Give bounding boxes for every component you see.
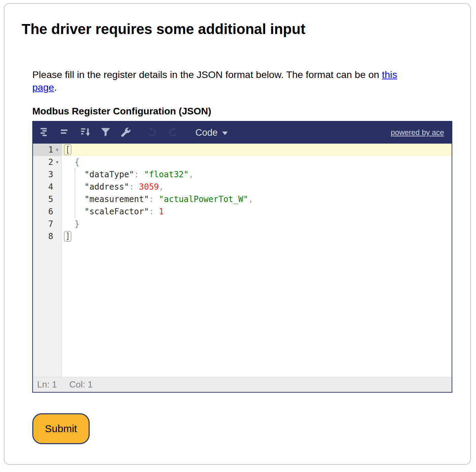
code-token: 1 <box>159 207 164 216</box>
transform-filter-icon <box>100 126 111 139</box>
json-editor: Code powered by ace 1▾2▾345678 [ { "data… <box>32 121 452 393</box>
editor-gutter: 1▾2▾345678 <box>33 144 62 377</box>
editor-toolbar: Code powered by ace <box>33 122 452 144</box>
code-line-1[interactable]: [ <box>62 144 452 156</box>
fold-arrow-icon[interactable]: ▾ <box>53 144 61 156</box>
gutter-line-6: 6 <box>33 205 62 218</box>
mode-dropdown[interactable]: Code <box>195 127 228 138</box>
fold-arrow-icon[interactable]: ▾ <box>53 156 61 168</box>
line-number: 6 <box>48 205 53 218</box>
code-token: "scaleFactor" <box>84 207 149 216</box>
sort-button[interactable] <box>79 126 91 139</box>
gutter-line-7: 7 <box>33 218 62 230</box>
code-line-2[interactable]: { <box>62 156 452 168</box>
gutter-line-8: 8 <box>33 230 62 243</box>
repair-wrench-icon <box>120 126 132 139</box>
powered-by-ace-link[interactable]: powered by ace <box>391 128 444 137</box>
transform-button[interactable] <box>99 126 112 139</box>
chevron-down-icon <box>222 132 228 135</box>
line-number: 5 <box>48 193 53 205</box>
submit-button[interactable]: Submit <box>32 413 90 444</box>
gutter-line-2: 2▾ <box>33 156 62 168</box>
editor-content[interactable]: [ { "dataType": "float32", "address": 30… <box>62 144 452 377</box>
code-token: "float32" <box>144 170 189 179</box>
redo-icon <box>167 126 178 139</box>
gutter-line-4: 4 <box>33 181 62 193</box>
line-number: 7 <box>48 218 53 230</box>
undo-button[interactable] <box>146 126 158 139</box>
redo-button[interactable] <box>166 126 179 139</box>
line-number: 8 <box>48 230 53 243</box>
gutter-line-1: 1▾ <box>33 144 62 156</box>
line-number: 3 <box>48 168 53 181</box>
compact-icon <box>59 126 71 139</box>
code-line-3[interactable]: "dataType": "float32", <box>62 168 452 181</box>
code-token <box>65 170 84 179</box>
intro-after-link: . <box>54 82 57 93</box>
screen: The driver requires some additional inpu… <box>0 0 476 472</box>
compact-button[interactable] <box>59 126 71 139</box>
page-title: The driver requires some additional inpu… <box>22 21 305 37</box>
matched-bracket: ] <box>64 231 71 242</box>
editor-statusbar: Ln: 1 Col: 1 <box>33 377 452 392</box>
code-token: : <box>149 207 159 216</box>
code-token: "address" <box>84 182 129 192</box>
matched-bracket: [ <box>64 144 71 155</box>
gutter-line-5: 5 <box>33 193 62 205</box>
code-token <box>65 157 75 167</box>
code-token: , <box>159 182 164 192</box>
format-docs-link-line2[interactable]: page <box>32 82 54 93</box>
code-token: , <box>248 194 253 204</box>
code-line-6[interactable]: "scaleFactor": 1 <box>62 205 452 218</box>
code-token: : <box>129 182 139 192</box>
code-line-7[interactable]: } <box>62 218 452 230</box>
mode-label[interactable]: Code <box>195 127 218 138</box>
intro-text: Please fill in the register details in t… <box>32 68 452 94</box>
format-docs-link-line1[interactable]: this <box>382 69 397 80</box>
code-line-5[interactable]: "measurement": "actualPowerTot_W", <box>62 193 452 205</box>
code-token: : <box>149 194 159 204</box>
code-token: : <box>134 170 144 179</box>
line-number: 1 <box>48 144 53 156</box>
code-token: , <box>189 170 193 179</box>
code-token: } <box>75 219 79 229</box>
code-token <box>65 194 84 204</box>
code-token: 3059 <box>139 182 159 192</box>
intro-before-link: Please fill in the register details in t… <box>32 69 382 80</box>
format-icon <box>39 126 50 139</box>
code-line-8[interactable]: ] <box>62 230 452 243</box>
code-token: { <box>75 157 79 167</box>
code-token <box>65 219 75 229</box>
status-line: Ln: 1 <box>37 379 57 390</box>
repair-button[interactable] <box>120 126 132 139</box>
format-button[interactable] <box>38 126 51 139</box>
line-number: 2 <box>48 156 53 168</box>
sort-icon <box>80 126 91 139</box>
json-field-label: Modbus Register Configuration (JSON) <box>32 106 211 117</box>
form-card: The driver requires some additional inpu… <box>4 3 471 465</box>
status-col: Col: 1 <box>69 379 93 390</box>
line-number: 4 <box>48 181 53 193</box>
code-token <box>65 182 84 192</box>
code-token <box>65 207 84 216</box>
code-token: "measurement" <box>84 194 149 204</box>
gutter-line-3: 3 <box>33 168 62 181</box>
undo-icon <box>147 126 158 139</box>
code-line-4[interactable]: "address": 3059, <box>62 181 452 193</box>
code-token: "dataType" <box>84 170 134 179</box>
code-token: "actualPowerTot_W" <box>159 194 248 204</box>
editor-code-area[interactable]: 1▾2▾345678 [ { "dataType": "float32", "a… <box>33 144 452 377</box>
